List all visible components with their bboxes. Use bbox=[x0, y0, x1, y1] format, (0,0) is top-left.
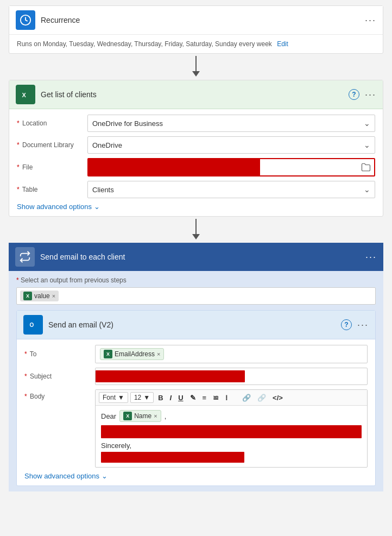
file-label: * File bbox=[17, 163, 87, 171]
subject-row: * Subject bbox=[24, 368, 368, 385]
editor-toolbar: Font ▼ 12 ▼ B I U ✎ bbox=[96, 390, 367, 406]
arrow-1 bbox=[192, 56, 200, 78]
get-list-actions: ? ··· bbox=[349, 89, 376, 100]
editor-content[interactable]: Dear X Name × , bbox=[96, 406, 367, 467]
file-red-fill bbox=[88, 159, 260, 175]
unordered-list-button[interactable]: ≡ bbox=[200, 393, 209, 402]
send-email-help-icon[interactable]: ? bbox=[341, 319, 352, 330]
foreach-card: Send email to each client ··· * Select a… bbox=[9, 243, 383, 491]
main-container: Recurrence ··· Runs on Monday, Tuesday, … bbox=[0, 0, 392, 497]
svg-text:O: O bbox=[30, 322, 34, 328]
underline-button[interactable]: U bbox=[176, 393, 185, 402]
subject-red-fill bbox=[96, 370, 245, 382]
to-tag-close[interactable]: × bbox=[157, 351, 160, 357]
name-tag: X Name × bbox=[119, 410, 161, 422]
size-dropdown-arrow: ▼ bbox=[143, 394, 150, 401]
foreach-value-tag: X value × bbox=[20, 291, 59, 301]
recurrence-actions: ··· bbox=[365, 15, 376, 26]
arrow-head-1 bbox=[192, 71, 200, 77]
get-list-show-advanced[interactable]: Show advanced options ⌄ bbox=[17, 203, 375, 211]
font-size-selector[interactable]: 12 ▼ bbox=[130, 392, 154, 403]
body-label: * Body bbox=[24, 389, 95, 400]
send-email-advanced-chevron: ⌄ bbox=[102, 472, 108, 480]
pencil-button[interactable]: ✎ bbox=[188, 393, 198, 402]
align-left-button[interactable]: ⁞ bbox=[223, 393, 230, 402]
font-selector[interactable]: Font ▼ bbox=[99, 392, 128, 403]
arrow-line-2 bbox=[195, 219, 197, 234]
table-row: * Table Clients ⌄ bbox=[17, 181, 375, 198]
arrow-head-2 bbox=[192, 234, 200, 239]
foreach-tag-close[interactable]: × bbox=[52, 293, 55, 299]
to-row: * To X EmailAddress × bbox=[24, 345, 368, 363]
location-dropdown[interactable]: OneDrive for Business ⌄ bbox=[87, 115, 375, 132]
get-list-more-menu[interactable]: ··· bbox=[365, 89, 376, 100]
foreach-header: Send email to each client ··· bbox=[9, 243, 383, 271]
unlink-button[interactable]: 🔗 bbox=[255, 393, 268, 402]
svg-text:X: X bbox=[22, 92, 27, 98]
recurrence-description: Runs on Monday, Tuesday, Wednesday, Thur… bbox=[17, 40, 272, 48]
location-label: * Location bbox=[17, 119, 87, 127]
name-excel-icon: X bbox=[123, 412, 132, 420]
align-right-button[interactable] bbox=[232, 393, 238, 402]
name-tag-close[interactable]: × bbox=[154, 413, 157, 419]
send-email-body: * To X EmailAddress × bbox=[17, 339, 375, 485]
email-address-tag: X EmailAddress × bbox=[100, 348, 164, 360]
get-list-body: * Location OneDrive for Business ⌄ * Doc… bbox=[9, 109, 383, 216]
subject-input[interactable] bbox=[95, 368, 368, 385]
send-email-actions: ? ··· bbox=[341, 319, 369, 331]
to-label: * To bbox=[24, 350, 95, 358]
to-input[interactable]: X EmailAddress × bbox=[95, 345, 368, 363]
body-red-bar-2 bbox=[101, 452, 244, 463]
sincerely-line: Sincerely, bbox=[101, 442, 362, 450]
recurrence-card: Recurrence ··· Runs on Monday, Tuesday, … bbox=[9, 5, 383, 54]
foreach-excel-tag-icon: X bbox=[23, 292, 32, 300]
foreach-tag-container[interactable]: X value × bbox=[16, 287, 376, 305]
select-output-label: * Select an output from previous steps bbox=[16, 276, 376, 284]
send-email-header: O Send an email (V2) ? ··· bbox=[17, 311, 375, 339]
to-excel-icon: X bbox=[104, 350, 112, 358]
doc-library-dropdown[interactable]: OneDrive ⌄ bbox=[87, 136, 375, 154]
send-email-show-advanced[interactable]: Show advanced options ⌄ bbox=[24, 472, 368, 480]
recurrence-body: Runs on Monday, Tuesday, Wednesday, Thur… bbox=[9, 35, 383, 53]
file-input[interactable] bbox=[87, 158, 375, 176]
outlook-icon: O bbox=[23, 315, 43, 335]
font-dropdown-arrow: ▼ bbox=[118, 394, 124, 401]
ordered-list-button[interactable]: ≌ bbox=[211, 393, 221, 402]
table-dropdown-arrow: ⌄ bbox=[364, 185, 370, 194]
location-row: * Location OneDrive for Business ⌄ bbox=[17, 115, 375, 132]
location-dropdown-arrow: ⌄ bbox=[364, 119, 370, 128]
recurrence-icon bbox=[16, 10, 35, 30]
send-email-more-menu[interactable]: ··· bbox=[357, 319, 369, 331]
body-row: * Body Font ▼ 12 ▼ bbox=[24, 389, 368, 468]
doc-library-dropdown-arrow: ⌄ bbox=[364, 141, 370, 149]
subject-label: * Subject bbox=[24, 373, 95, 380]
italic-button[interactable]: I bbox=[168, 393, 174, 402]
get-list-header: X Get list of clients ? ··· bbox=[9, 80, 383, 109]
file-row: * File bbox=[17, 158, 375, 176]
doc-library-label: * Document Library bbox=[17, 141, 87, 149]
excel-icon: X bbox=[16, 85, 35, 104]
doc-library-row: * Document Library OneDrive ⌄ bbox=[17, 136, 375, 154]
send-email-title: Send an email (V2) bbox=[48, 320, 341, 329]
foreach-title: Send email to each client bbox=[40, 253, 365, 261]
show-advanced-chevron: ⌄ bbox=[94, 203, 100, 211]
bold-button[interactable]: B bbox=[156, 393, 165, 402]
table-label: * Table bbox=[17, 186, 87, 193]
send-email-card: O Send an email (V2) ? ··· * To bbox=[16, 310, 376, 486]
foreach-body: * Select an output from previous steps X… bbox=[9, 271, 383, 491]
foreach-more-menu[interactable]: ··· bbox=[365, 251, 377, 263]
file-browse-icon bbox=[260, 162, 374, 172]
code-button[interactable]: </> bbox=[270, 393, 285, 402]
link-button[interactable]: 🔗 bbox=[240, 393, 253, 402]
get-list-help-icon[interactable]: ? bbox=[349, 89, 359, 100]
body-red-bar-1 bbox=[101, 425, 362, 438]
body-editor[interactable]: Font ▼ 12 ▼ B I U ✎ bbox=[95, 389, 368, 468]
get-list-title: Get list of clients bbox=[41, 90, 349, 99]
recurrence-edit-link[interactable]: Edit bbox=[277, 40, 288, 48]
arrow-2 bbox=[192, 219, 200, 241]
table-dropdown[interactable]: Clients ⌄ bbox=[87, 181, 375, 198]
recurrence-more-menu[interactable]: ··· bbox=[365, 15, 376, 26]
recurrence-header: Recurrence ··· bbox=[9, 6, 383, 35]
get-list-card: X Get list of clients ? ··· * Location O… bbox=[9, 80, 383, 217]
recurrence-title: Recurrence bbox=[41, 16, 365, 24]
